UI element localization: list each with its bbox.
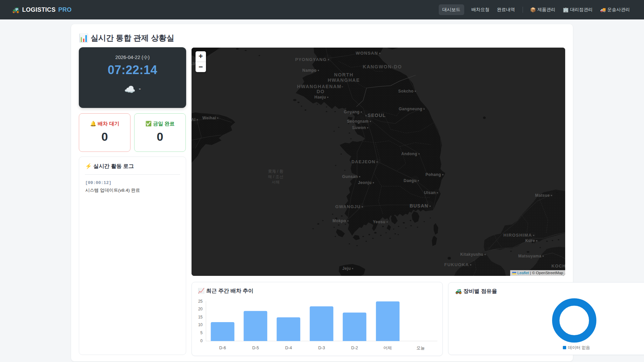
svg-text:HWANGHAENAM-: HWANGHAENAM- xyxy=(297,84,344,89)
svg-text:10: 10 xyxy=(198,322,203,327)
svg-text:DAEJEON: DAEJEON xyxy=(352,159,375,164)
svg-text:HWANGHAE: HWANGHAE xyxy=(328,77,360,83)
svg-text:Gunsan: Gunsan xyxy=(342,174,358,179)
svg-text:Goyang: Goyang xyxy=(344,110,360,114)
svg-text:0: 0 xyxy=(200,339,203,343)
svg-text:NORTH: NORTH xyxy=(334,72,354,77)
svg-text:YANTAI: YANTAI xyxy=(192,117,196,122)
svg-text:어제: 어제 xyxy=(383,346,392,350)
svg-text:25: 25 xyxy=(198,299,203,304)
svg-text:5: 5 xyxy=(200,330,203,335)
svg-text:Kitakyushu: Kitakyushu xyxy=(460,252,483,257)
svg-text:Andong: Andong xyxy=(401,152,417,156)
svg-text:Haeju: Haeju xyxy=(314,95,326,100)
svg-text:서해: 서해 xyxy=(272,180,280,184)
svg-text:D-4: D-4 xyxy=(285,346,292,350)
svg-text:Matsue: Matsue xyxy=(535,193,550,198)
svg-text:Gangneung: Gangneung xyxy=(399,107,422,111)
svg-text:Kure: Kure xyxy=(525,238,535,243)
svg-text:Ulsan: Ulsan xyxy=(424,190,436,195)
svg-text:Weihai: Weihai xyxy=(202,116,216,120)
svg-text:Yeosu: Yeosu xyxy=(373,220,385,224)
svg-text:15: 15 xyxy=(198,315,203,319)
svg-text:D-2: D-2 xyxy=(351,346,358,350)
svg-text:PYONGYANG: PYONGYANG xyxy=(295,57,327,62)
svg-text:Jeonju: Jeonju xyxy=(358,180,372,185)
svg-text:D-3: D-3 xyxy=(318,346,325,350)
svg-text:黄海 / 황: 黄海 / 황 xyxy=(268,169,283,174)
svg-text:GWANGJU: GWANGJU xyxy=(335,204,361,209)
svg-text:SEOUL: SEOUL xyxy=(368,113,386,118)
svg-text:KOCHI: KOCHI xyxy=(551,263,565,268)
svg-text:Mokpo: Mokpo xyxy=(332,219,346,223)
svg-text:Sokcho: Sokcho xyxy=(398,89,414,94)
svg-text:Seongnam: Seongnam xyxy=(347,119,369,124)
svg-text:KANGWON-DO: KANGWON-DO xyxy=(363,64,402,69)
svg-text:D-5: D-5 xyxy=(252,346,259,350)
svg-text:Matsuyama: Matsuyama xyxy=(518,254,541,258)
svg-text:DO: DO xyxy=(317,89,325,94)
svg-text:데이터 없음: 데이터 없음 xyxy=(568,345,590,350)
svg-text:20: 20 xyxy=(198,307,203,311)
svg-text:Jeju: Jeju xyxy=(342,266,351,271)
svg-text:Daegu: Daegu xyxy=(404,178,417,183)
svg-text:WONSAN: WONSAN xyxy=(356,51,378,56)
svg-text:HIROSHIMA: HIROSHIMA xyxy=(503,233,532,238)
svg-text:Pohang: Pohang xyxy=(426,172,441,177)
svg-text:오늘: 오늘 xyxy=(417,346,425,350)
svg-text:FUKUOKA: FUKUOKA xyxy=(444,262,469,267)
svg-text:D-6: D-6 xyxy=(219,346,226,350)
svg-text:Suwon: Suwon xyxy=(352,125,366,130)
svg-text:Nampo: Nampo xyxy=(302,68,317,73)
svg-text:해 / 조선: 해 / 조선 xyxy=(268,174,283,179)
svg-text:BUSAN: BUSAN xyxy=(410,203,428,208)
